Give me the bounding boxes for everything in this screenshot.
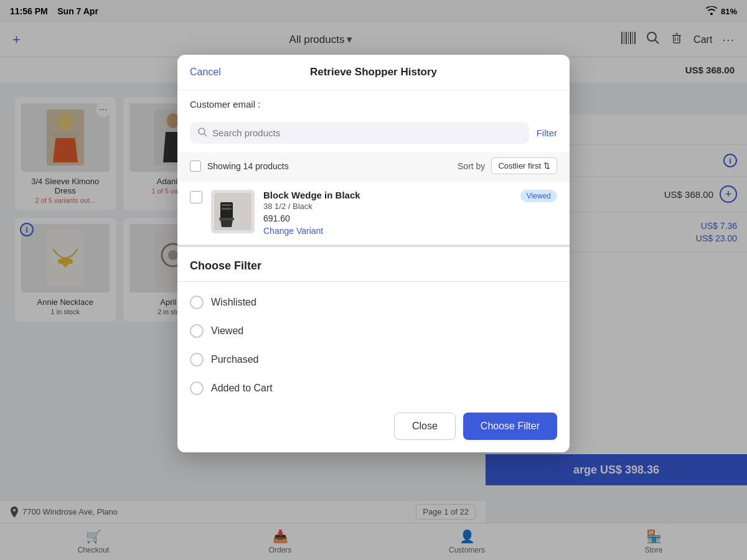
filter-label-wishlisted: Wishlisted <box>211 297 256 308</box>
product-list-price: 691.60 <box>263 213 512 223</box>
svg-rect-42 <box>219 218 234 220</box>
product-list-image <box>211 190 255 233</box>
filter-option-purchased[interactable]: Purchased <box>177 345 570 374</box>
modal-container: Cancel Retrieve Shopper History Customer… <box>177 55 570 452</box>
close-button[interactable]: Close <box>394 413 456 440</box>
filter-button[interactable]: Filter <box>537 128 557 138</box>
filter-section: Choose Filter Wishlisted Viewed Purchase… <box>177 245 570 452</box>
filter-actions: Close Choose Filter <box>177 403 570 452</box>
modal-customer-email-label: Customer email : <box>177 90 570 116</box>
showing-row: Showing 14 products Sort by Costlier fir… <box>177 152 570 180</box>
radio-wishlisted[interactable] <box>190 296 204 309</box>
product-list-item: Block Wedge in Black 38 1/2 / Black 691.… <box>177 180 570 245</box>
filter-option-viewed[interactable]: Viewed <box>177 317 570 345</box>
modal-top: Cancel Retrieve Shopper History Customer… <box>177 55 570 245</box>
modal-title: Retrieve Shopper History <box>310 66 437 78</box>
product-info: Block Wedge in Black 38 1/2 / Black 691.… <box>263 190 512 236</box>
cancel-button[interactable]: Cancel <box>190 67 221 78</box>
product-list-name: Block Wedge in Black <box>263 190 512 200</box>
filter-label-purchased: Purchased <box>211 354 259 365</box>
svg-rect-39 <box>222 204 232 206</box>
sort-arrow-icon: ⇅ <box>543 161 550 170</box>
svg-marker-41 <box>220 220 233 227</box>
showing-text: Showing 14 products <box>207 161 451 171</box>
product-list-variant: 38 1/2 / Black <box>263 202 512 211</box>
search-icon <box>197 127 207 139</box>
radio-purchased[interactable] <box>190 353 204 366</box>
svg-rect-40 <box>222 208 232 210</box>
modal-header: Cancel Retrieve Shopper History <box>177 55 570 90</box>
filter-title: Choose Filter <box>177 247 570 281</box>
viewed-badge: Viewed <box>520 190 557 202</box>
radio-added-to-cart[interactable] <box>190 381 204 395</box>
search-input[interactable] <box>212 128 522 138</box>
product-checkbox[interactable] <box>190 191 202 203</box>
sort-value: Costlier first <box>498 161 541 170</box>
filter-option-wishlisted[interactable]: Wishlisted <box>177 288 570 317</box>
modal-search-row: Filter <box>177 116 570 152</box>
change-variant-button[interactable]: Change Variant <box>263 226 512 236</box>
sort-select[interactable]: Costlier first ⇅ <box>491 157 557 174</box>
select-all-checkbox[interactable] <box>190 161 201 172</box>
filter-label-added-to-cart: Added to Cart <box>211 383 273 394</box>
sort-by-label: Sort by <box>458 161 485 171</box>
filter-divider <box>177 281 570 282</box>
svg-line-36 <box>204 134 207 136</box>
radio-viewed[interactable] <box>190 324 204 338</box>
svg-point-35 <box>199 128 205 134</box>
search-input-wrap <box>190 122 529 144</box>
filter-option-added-to-cart[interactable]: Added to Cart <box>177 374 570 403</box>
choose-filter-button[interactable]: Choose Filter <box>463 413 557 440</box>
filter-label-viewed: Viewed <box>211 325 243 337</box>
